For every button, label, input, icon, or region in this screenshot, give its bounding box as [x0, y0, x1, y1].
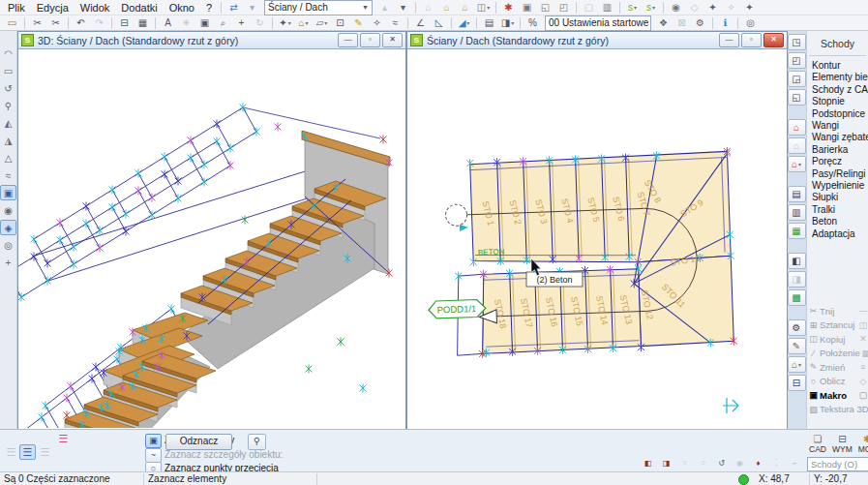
panel-item-elementy-biegu[interactable]: Elementy biegu — [807, 72, 868, 83]
camera-select-icon[interactable]: ▣ — [0, 185, 16, 200]
fence-icon[interactable]: ▱▾ — [314, 15, 330, 31]
camera-icon[interactable]: ◉ — [0, 202, 16, 218]
panel-item-schody-z-cad[interactable]: Schody z CAD — [807, 84, 868, 96]
menu-edycja[interactable]: Edycja — [31, 2, 75, 14]
dropdown-arrow-icon[interactable]: ▾ — [798, 161, 801, 167]
mode-mca[interactable]: ✱MCA — [858, 434, 868, 454]
3d-view-canvas[interactable] — [18, 49, 404, 428]
tool-brush-icon[interactable]: ✎ — [788, 338, 806, 354]
minimize-button[interactable]: — — [719, 33, 739, 47]
panel-item-podstopnice[interactable]: Podstopnice — [807, 108, 868, 120]
menu-plik[interactable]: Plik — [2, 2, 31, 14]
layers-ghost1-icon[interactable]: ☰ — [3, 444, 19, 460]
window-plan-titlebar[interactable]: S Ściany / Dach (Standardowy rzut z góry… — [407, 32, 787, 49]
panel-item-pasy-relingi[interactable]: Pasy/Relingi — [807, 168, 868, 180]
panel-item-wype-nienie[interactable]: Wypełnienie — [807, 180, 868, 192]
measure-icon[interactable]: ◺ — [431, 15, 447, 31]
plugin-red-icon[interactable]: ✱ — [500, 0, 517, 15]
open-icon[interactable]: ▭ — [4, 15, 20, 31]
small-window-icon[interactable]: ◱ — [537, 0, 554, 15]
camera-target-icon[interactable]: ◎ — [0, 237, 16, 253]
storey-down-icon[interactable]: ⌂ — [457, 0, 473, 15]
trim-icon[interactable]: ✂ — [29, 15, 45, 31]
layer-combo[interactable]: Ściany / Dach ▼ — [264, 0, 373, 15]
doc-settings-icon[interactable]: ▣ — [519, 0, 535, 15]
stair-run-icon[interactable]: ◰ — [788, 52, 806, 69]
tool-makro[interactable]: ▣Makro▢ — [807, 388, 868, 403]
board-green-icon[interactable]: ▩ — [788, 289, 806, 306]
house-small-red-icon[interactable]: ⌂▾ — [788, 156, 806, 172]
layers-ghost2-icon[interactable]: ☰ — [37, 444, 53, 460]
magnifier-icon[interactable]: ⚲ — [248, 434, 266, 450]
dropdown-arrow-icon[interactable]: ▾ — [511, 19, 514, 26]
dropdown-arrow-icon[interactable]: ▾ — [324, 19, 327, 26]
maximize-button[interactable]: ▫ — [360, 33, 380, 47]
angle-icon[interactable]: ∠ — [412, 15, 429, 31]
layers-icon[interactable]: ◫▾ — [475, 0, 492, 15]
dropdown-arrow-icon[interactable]: ▾ — [306, 19, 309, 26]
chart-window-icon[interactable]: ▥ — [599, 0, 615, 15]
dropdown-arrow-icon[interactable]: ▾ — [288, 19, 291, 26]
startup-settings-combo[interactable]: 00 Ustawienia startowe ▼ — [545, 15, 651, 31]
selection-option-icon[interactable]: ~ — [145, 448, 162, 463]
panel-item-stopnie[interactable]: Stopnie — [807, 96, 868, 107]
close-button[interactable]: ✕ — [382, 33, 403, 47]
zoom-icon[interactable]: ⌕ — [215, 15, 231, 31]
explore-icon[interactable]: ⚲ — [0, 98, 16, 113]
maximize-button[interactable]: ▫ — [741, 33, 762, 47]
part-next-icon[interactable]: ◨ — [658, 457, 674, 470]
gear-icon[interactable]: ⚙ — [692, 15, 708, 31]
stair-plan-icon[interactable]: ◳ — [788, 34, 806, 50]
percent-icon[interactable]: % — [524, 15, 541, 31]
panel-item-adaptacja[interactable]: Adaptacja — [807, 228, 868, 240]
panel-item-s-upki[interactable]: Słupki — [807, 192, 868, 203]
zoom-frame-icon[interactable]: ▭ — [0, 63, 16, 78]
split-icon[interactable]: ✂ — [47, 15, 64, 31]
info-icon[interactable]: ℹ — [717, 15, 733, 31]
layers-pink-icon[interactable]: ☰ — [55, 431, 72, 446]
stair-side-icon[interactable]: ◲ — [788, 71, 806, 87]
find-text-icon[interactable]: A — [160, 15, 176, 31]
dropdown-arrow-icon[interactable]: ▾ — [466, 19, 469, 26]
dropdown-arrow-icon[interactable]: ▾ — [634, 4, 637, 11]
deselect-button[interactable]: Odznacz — [165, 434, 232, 450]
panel-item-wangi[interactable]: Wangi — [807, 120, 868, 132]
column-icon[interactable]: ◨▾ — [499, 15, 516, 31]
mode-cad[interactable]: ❏CAD — [809, 434, 826, 454]
menu-dodatki[interactable]: Dodatki — [115, 2, 163, 14]
marquee-icon[interactable]: ⊡ — [332, 15, 348, 31]
dropdown-arrow-icon[interactable]: ▾ — [652, 4, 655, 11]
plan-view-canvas[interactable]: STO 1STO 2STO 3STO 4STO 5STO 6STO 7STO 8… — [407, 49, 785, 428]
camera-up-icon[interactable]: △ — [0, 150, 16, 166]
panel-item-wangi-z-bate[interactable]: Wangi zębate — [807, 132, 868, 143]
camera-add-icon[interactable]: + — [0, 255, 16, 270]
panel-item-barierka[interactable]: Barierka — [807, 144, 868, 156]
leaf1-icon[interactable]: ✦ — [704, 0, 721, 15]
script-s2-icon[interactable]: s▾ — [643, 0, 659, 15]
doc-icon[interactable]: ▤ — [788, 186, 806, 202]
undo-icon[interactable]: ↶ — [73, 15, 89, 31]
dropdown-arrow-icon[interactable]: ▾ — [487, 4, 490, 11]
grid-icon[interactable]: ▤ — [481, 15, 497, 31]
eye-back-icon[interactable]: ↺ — [713, 457, 730, 470]
pane-sync-icon[interactable]: ⇄ — [225, 0, 242, 15]
find-select-icon[interactable]: ◎ — [742, 15, 759, 31]
menu-?[interactable]: ? — [200, 2, 218, 14]
zoom-window-icon[interactable]: ▣ — [196, 15, 213, 31]
north-icon[interactable]: ✦▾ — [277, 15, 293, 31]
teamwork-icon[interactable]: ❖ — [655, 15, 672, 31]
pane-drop-icon[interactable]: ▾ — [244, 0, 260, 15]
print-icon[interactable]: ⊟ — [116, 15, 133, 31]
camera-left-icon[interactable]: ◮ — [0, 133, 16, 148]
camera-two-icon[interactable]: ◈ — [0, 220, 16, 235]
dropdown-arrow-icon[interactable]: ▾ — [798, 361, 801, 368]
menu-widok[interactable]: Widok — [75, 2, 116, 14]
pan-icon[interactable]: + — [233, 15, 250, 31]
window-3d-titlebar[interactable]: S 3D: Ściany / Dach (Standardowy rzut z … — [18, 32, 405, 49]
stair-profile-icon[interactable]: ◱ — [788, 89, 806, 106]
level-icon[interactable]: ≈ — [387, 15, 404, 31]
layers-blue-icon[interactable]: ☰ — [19, 444, 36, 460]
house-red-icon[interactable]: ⌂ — [788, 119, 806, 136]
selection-option-icon[interactable]: ▣ — [145, 434, 162, 448]
percent-window-icon[interactable]: ◰ — [555, 0, 572, 15]
